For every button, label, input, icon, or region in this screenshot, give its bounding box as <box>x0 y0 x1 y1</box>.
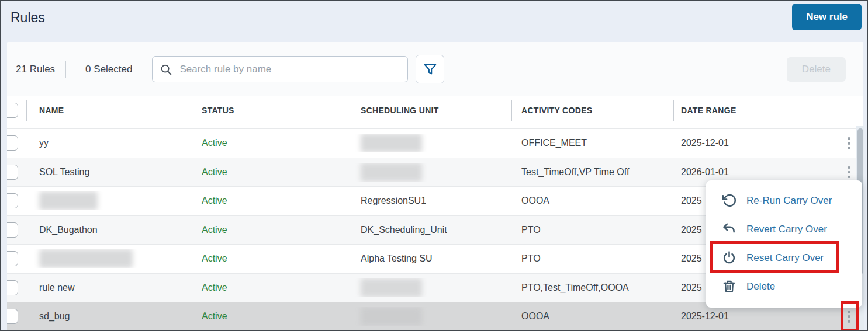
new-rule-button[interactable]: New rule <box>792 4 862 30</box>
activity-codes-cell: PTO,Test_TimeOff,OOOA <box>511 283 673 293</box>
rule-status-cell: Active <box>196 167 354 177</box>
menu-item-label: Revert Carry Over <box>746 224 827 235</box>
rule-status-cell: Active <box>196 225 354 235</box>
date-range-cell: 2026-01-01 <box>673 167 835 177</box>
activity-codes-cell: OOOA <box>511 196 673 206</box>
menu-item-label: Reset Carry Over <box>746 252 824 264</box>
column-header-date-range[interactable]: DATE RANGE <box>673 96 835 124</box>
filter-icon <box>423 62 438 77</box>
row-checkbox[interactable] <box>7 135 18 151</box>
rule-name-cell: yy <box>26 138 196 148</box>
trash-icon <box>722 279 736 294</box>
selected-count: 0 Selected <box>85 64 132 75</box>
column-header-actions <box>835 96 863 124</box>
row-checkbox[interactable] <box>7 193 18 208</box>
row-checkbox[interactable] <box>7 309 18 324</box>
menu-item-label: Delete <box>746 281 775 292</box>
scheduling-unit-cell <box>354 307 511 326</box>
menu-item-label: Re-Run Carry Over <box>746 195 832 207</box>
scheduling-unit-cell <box>354 163 511 182</box>
menu-item-revert-carry-over[interactable]: Revert Carry Over <box>706 215 862 243</box>
search-icon <box>160 63 172 76</box>
column-header-name[interactable]: NAME <box>26 96 196 124</box>
scheduling-unit-cell <box>354 134 511 152</box>
rule-name-cell <box>26 249 196 268</box>
rule-status-cell: Active <box>196 253 354 264</box>
redacted-blur-patch <box>39 191 98 210</box>
menu-item-reset-carry-over[interactable]: Reset Carry Over <box>706 243 862 272</box>
scheduling-unit-cell: RegressionSU1 <box>354 196 511 206</box>
rule-name-cell: DK_Bugathon <box>26 225 196 235</box>
rerun-carry-over-icon <box>722 193 736 208</box>
delete-button[interactable]: Delete <box>787 57 846 82</box>
redacted-blur-patch <box>361 134 422 152</box>
toolbar: 21 Rules 0 Selected Delete <box>7 42 863 96</box>
rule-status-cell: Active <box>196 283 354 293</box>
activity-codes-cell: PTO <box>511 225 673 235</box>
filter-button[interactable] <box>416 55 444 83</box>
table-header: NAME STATUS SCHEDULING UNIT ACTIVITY COD… <box>7 96 863 124</box>
redacted-blur-patch <box>361 278 422 297</box>
rule-status-cell: Active <box>196 311 354 322</box>
rule-name-cell: SOL Testing <box>26 167 196 177</box>
revert-carry-over-icon <box>722 222 736 236</box>
page-title: Rules <box>11 10 45 26</box>
rule-status-cell: Active <box>196 138 354 148</box>
date-range-cell: 2025-12-01 <box>673 311 835 322</box>
activity-codes-cell: OOOA <box>511 311 673 322</box>
row-checkbox[interactable] <box>7 222 18 238</box>
rule-name-cell: sd_bug <box>26 311 196 322</box>
table-row[interactable]: yy Active OFFICE_MEET 2025-12-01 <box>7 128 863 158</box>
row-checkbox[interactable] <box>7 251 18 266</box>
menu-item-rerun-carry-over[interactable]: Re-Run Carry Over <box>706 186 862 215</box>
menu-item-delete[interactable]: Delete <box>706 272 862 301</box>
select-all-checkbox[interactable] <box>7 103 18 118</box>
row-context-menu: Re-Run Carry Over Revert Carry Over Rese… <box>706 180 862 308</box>
redacted-blur-patch <box>361 307 422 326</box>
rule-name-cell: rule new <box>26 283 196 293</box>
toolbar-divider <box>65 61 66 78</box>
scheduling-unit-cell <box>354 278 511 297</box>
reset-power-icon <box>722 250 736 265</box>
activity-codes-cell: PTO <box>511 253 673 264</box>
rules-page: Rules New rule 21 Rules 0 Selected Delet… <box>0 0 868 331</box>
column-header-status[interactable]: STATUS <box>196 96 354 124</box>
search-box[interactable] <box>152 56 408 82</box>
date-range-cell: 2025-12-01 <box>673 138 835 148</box>
row-checkbox[interactable] <box>7 165 18 180</box>
scheduling-unit-cell: DK_Scheduling_Unit <box>354 225 511 235</box>
row-checkbox[interactable] <box>7 280 18 295</box>
redacted-blur-patch <box>39 249 133 268</box>
redacted-blur-patch <box>361 163 422 182</box>
scheduling-unit-cell: Alpha Testing SU <box>354 253 511 264</box>
rule-status-cell: Active <box>196 196 354 206</box>
activity-codes-cell: Test_TimeOff,VP Time Off <box>511 167 673 177</box>
activity-codes-cell: OFFICE_MEET <box>511 138 673 148</box>
header-gap <box>7 124 863 128</box>
rules-count: 21 Rules <box>16 64 55 75</box>
search-input[interactable] <box>178 63 400 76</box>
column-header-scheduling-unit[interactable]: SCHEDULING UNIT <box>354 96 511 124</box>
column-header-activity-codes[interactable]: ACTIVITY CODES <box>511 96 673 124</box>
rule-name-cell <box>26 191 196 210</box>
